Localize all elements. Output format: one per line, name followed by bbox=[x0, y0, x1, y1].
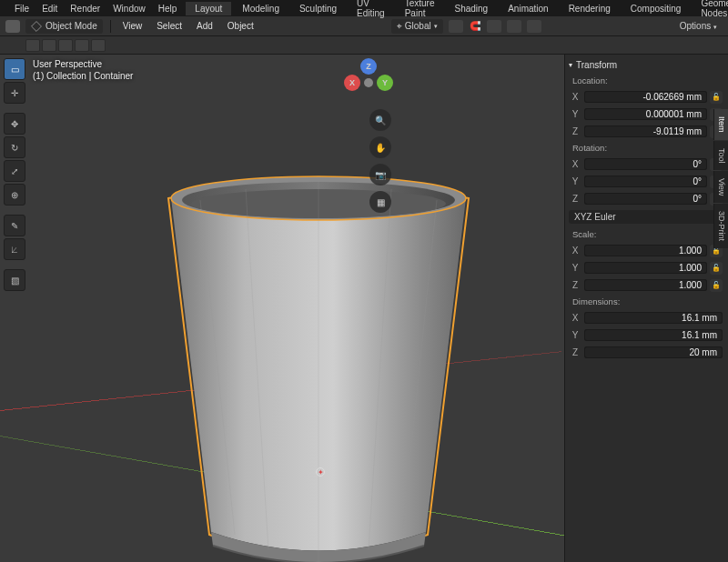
workspace-tab-texturepaint[interactable]: Texture Paint bbox=[396, 0, 444, 20]
workspace-tab-rendering[interactable]: Rendering bbox=[560, 2, 620, 15]
rotation-label: Rotation: bbox=[569, 141, 723, 155]
3d-viewport[interactable]: User Perspective (1) Collection | Contai… bbox=[0, 55, 564, 562]
menu-render[interactable]: Render bbox=[65, 2, 106, 15]
menu-help[interactable]: Help bbox=[153, 2, 183, 15]
workspace-tab-uvediting[interactable]: UV Editing bbox=[348, 0, 394, 20]
proportional-edit-toggle[interactable] bbox=[507, 20, 521, 33]
rotation-order-dropdown[interactable]: XYZ Euler▾ bbox=[569, 210, 723, 224]
collection-path-label: (1) Collection | Container bbox=[33, 70, 133, 82]
gizmo-z-axis[interactable]: Z bbox=[360, 58, 377, 75]
panel-tab-item[interactable]: Item bbox=[713, 109, 728, 140]
viewport-menu-add[interactable]: Add bbox=[192, 19, 217, 33]
tool-rotate[interactable]: ↻ bbox=[4, 136, 25, 158]
scale-label: Scale: bbox=[569, 227, 723, 241]
n-panel: Transform Location: X-0.062669 mm🔓 Y0.00… bbox=[564, 55, 728, 562]
mode-label: Object Mode bbox=[46, 21, 97, 31]
tool-select-box[interactable]: ▭ bbox=[4, 58, 25, 80]
workspace-tab-compositing[interactable]: Compositing bbox=[622, 2, 691, 15]
viewport-overlay-text: User Perspective (1) Collection | Contai… bbox=[33, 58, 133, 82]
pivot-point-dropdown[interactable] bbox=[449, 20, 463, 33]
tool-scale[interactable]: ⤢ bbox=[4, 160, 25, 182]
header-options[interactable]: Options ▾ bbox=[674, 19, 723, 33]
lock-scale-z[interactable]: 🔓 bbox=[710, 279, 723, 292]
transform-orientation-dropdown[interactable]: ⌖ Global ▾ bbox=[391, 19, 443, 34]
snap-options-dropdown[interactable] bbox=[487, 20, 501, 33]
viewport-zoom-button[interactable]: 🔍 bbox=[369, 109, 391, 131]
tool-add-primitive[interactable]: ▧ bbox=[4, 269, 25, 291]
interaction-mode-dropdown[interactable]: Object Mode bbox=[25, 19, 103, 34]
workspace-tab-sculpting[interactable]: Sculpting bbox=[290, 2, 346, 15]
overlay-btn-2[interactable] bbox=[42, 39, 56, 52]
dimensions-label: Dimensions: bbox=[569, 295, 723, 308]
overlay-btn-5[interactable] bbox=[91, 39, 106, 52]
navigation-gizmo[interactable]: X Y Z bbox=[344, 58, 393, 107]
viewport-camera-button[interactable]: 📷 bbox=[369, 164, 391, 186]
workspace-tab-layout[interactable]: Layout bbox=[186, 2, 231, 15]
viewport-menu-object[interactable]: Object bbox=[223, 19, 258, 33]
location-y-field[interactable]: 0.000001 mm bbox=[584, 108, 707, 120]
proportional-falloff-dropdown[interactable] bbox=[527, 20, 541, 33]
viewport-menu-select[interactable]: Select bbox=[152, 19, 187, 33]
object-mode-icon bbox=[31, 21, 42, 32]
rotation-z-field[interactable]: 0° bbox=[584, 193, 707, 205]
tool-measure[interactable]: ⟀ bbox=[4, 238, 25, 260]
viewport-pan-button[interactable]: ✋ bbox=[369, 136, 391, 158]
object-container[interactable] bbox=[164, 173, 473, 562]
menu-file[interactable]: File bbox=[9, 2, 35, 15]
orientation-icon: ⌖ bbox=[397, 21, 402, 32]
overlay-btn-4[interactable] bbox=[75, 39, 89, 52]
menu-edit[interactable]: Edit bbox=[36, 2, 63, 15]
rotation-y-field[interactable]: 0° bbox=[584, 176, 707, 187]
panel-tab-view[interactable]: View bbox=[713, 171, 728, 203]
orientation-label: Global bbox=[405, 21, 431, 31]
tool-transform[interactable]: ⊕ bbox=[4, 184, 25, 206]
rotation-x-field[interactable]: 0° bbox=[584, 158, 707, 170]
workspace-tab-geometrynodes[interactable]: Geometry Nodes bbox=[692, 0, 728, 20]
workspace-tab-animation[interactable]: Animation bbox=[499, 2, 557, 15]
lock-scale-y[interactable]: 🔓 bbox=[710, 262, 723, 275]
panel-tab-3dprint[interactable]: 3D-Print bbox=[713, 204, 728, 248]
scale-y-field[interactable]: 1.000 bbox=[584, 262, 707, 274]
location-x-field[interactable]: -0.062669 mm bbox=[584, 91, 707, 103]
3d-cursor bbox=[314, 466, 327, 478]
dim-y-field[interactable]: 16.1 mm bbox=[584, 329, 723, 341]
viewport-menu-view[interactable]: View bbox=[118, 19, 147, 33]
tool-annotate[interactable]: ✎ bbox=[4, 215, 25, 236]
lock-loc-x[interactable]: 🔓 bbox=[710, 91, 723, 104]
scale-z-field[interactable]: 1.000 bbox=[584, 279, 707, 291]
dim-z-field[interactable]: 20 mm bbox=[584, 346, 723, 358]
overlay-btn-1[interactable] bbox=[25, 39, 40, 52]
scale-x-field[interactable]: 1.000 bbox=[584, 245, 707, 256]
gizmo-center[interactable] bbox=[364, 78, 373, 87]
perspective-label: User Perspective bbox=[33, 58, 133, 70]
viewport-perspective-toggle[interactable]: ▦ bbox=[369, 191, 391, 213]
tool-cursor[interactable]: ✛ bbox=[4, 82, 25, 104]
gizmo-x-axis[interactable]: X bbox=[344, 75, 360, 91]
workspace-tab-modeling[interactable]: Modeling bbox=[233, 2, 288, 15]
overlay-btn-3[interactable] bbox=[58, 39, 73, 52]
snap-toggle[interactable]: 🧲 bbox=[469, 20, 481, 33]
gizmo-y-axis[interactable]: Y bbox=[377, 75, 393, 91]
location-z-field[interactable]: -9.0119 mm bbox=[584, 125, 707, 137]
location-label: Location: bbox=[569, 74, 723, 87]
panel-tab-tool[interactable]: Tool bbox=[713, 141, 728, 171]
transform-panel-header[interactable]: Transform bbox=[569, 58, 723, 72]
workspace-tab-shading[interactable]: Shading bbox=[445, 2, 497, 15]
dim-x-field[interactable]: 16.1 mm bbox=[584, 312, 723, 324]
menu-window[interactable]: Window bbox=[107, 2, 151, 15]
tool-move[interactable]: ✥ bbox=[4, 113, 25, 135]
editor-type-dropdown[interactable] bbox=[5, 20, 20, 33]
